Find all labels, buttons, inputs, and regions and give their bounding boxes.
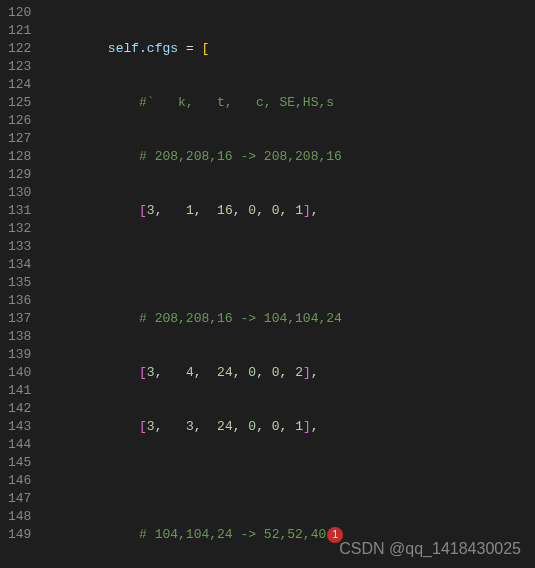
line-number: 125 bbox=[8, 94, 31, 112]
code-line bbox=[45, 256, 535, 274]
code-line: [3, 3, 24, 0, 0, 1], bbox=[45, 418, 535, 436]
comment: # 208,208,16 -> 208,208,16 bbox=[139, 149, 342, 164]
line-number: 129 bbox=[8, 166, 31, 184]
line-number: 127 bbox=[8, 130, 31, 148]
code-line: # 208,208,16 -> 104,104,24 bbox=[45, 310, 535, 328]
line-number: 140 bbox=[8, 364, 31, 382]
line-number: 135 bbox=[8, 274, 31, 292]
code-line: # 104,104,24 -> 52,52,401 bbox=[45, 526, 535, 544]
line-number: 139 bbox=[8, 346, 31, 364]
line-number: 136 bbox=[8, 292, 31, 310]
line-number: 145 bbox=[8, 454, 31, 472]
code-line: #` k, t, c, SE,HS,s bbox=[45, 94, 535, 112]
line-number: 126 bbox=[8, 112, 31, 130]
line-number: 138 bbox=[8, 328, 31, 346]
line-number: 143 bbox=[8, 418, 31, 436]
code-area[interactable]: self.cfgs = [ #` k, t, c, SE,HS,s # 208,… bbox=[45, 0, 535, 568]
line-number: 144 bbox=[8, 436, 31, 454]
code-editor[interactable]: 1201211221231241251261271281291301311321… bbox=[0, 0, 535, 568]
code-line: [3, 4, 24, 0, 0, 2], bbox=[45, 364, 535, 382]
line-number-gutter: 1201211221231241251261271281291301311321… bbox=[0, 0, 45, 568]
line-number: 121 bbox=[8, 22, 31, 40]
code-line: self.cfgs = [ bbox=[45, 40, 535, 58]
comment: # 104,104,24 -> 52,52,40 bbox=[139, 527, 326, 542]
line-number: 120 bbox=[8, 4, 31, 22]
line-number: 148 bbox=[8, 508, 31, 526]
code-line bbox=[45, 472, 535, 490]
line-number: 130 bbox=[8, 184, 31, 202]
line-number: 124 bbox=[8, 76, 31, 94]
property-name: cfgs bbox=[147, 41, 178, 56]
code-line: [3, 1, 16, 0, 0, 1], bbox=[45, 202, 535, 220]
line-number: 146 bbox=[8, 472, 31, 490]
comment: #` k, t, c, SE,HS,s bbox=[139, 95, 334, 110]
line-number: 147 bbox=[8, 490, 31, 508]
line-number: 133 bbox=[8, 238, 31, 256]
self-keyword: self bbox=[108, 41, 139, 56]
code-line: # 208,208,16 -> 208,208,16 bbox=[45, 148, 535, 166]
line-number: 123 bbox=[8, 58, 31, 76]
line-number: 137 bbox=[8, 310, 31, 328]
line-number: 134 bbox=[8, 256, 31, 274]
line-number: 122 bbox=[8, 40, 31, 58]
annotation-badge: 1 bbox=[327, 527, 343, 543]
comment: # 208,208,16 -> 104,104,24 bbox=[139, 311, 342, 326]
line-number: 132 bbox=[8, 220, 31, 238]
line-number: 128 bbox=[8, 148, 31, 166]
line-number: 141 bbox=[8, 382, 31, 400]
line-number: 131 bbox=[8, 202, 31, 220]
line-number: 149 bbox=[8, 526, 31, 544]
bracket-open: [ bbox=[201, 41, 209, 56]
line-number: 142 bbox=[8, 400, 31, 418]
